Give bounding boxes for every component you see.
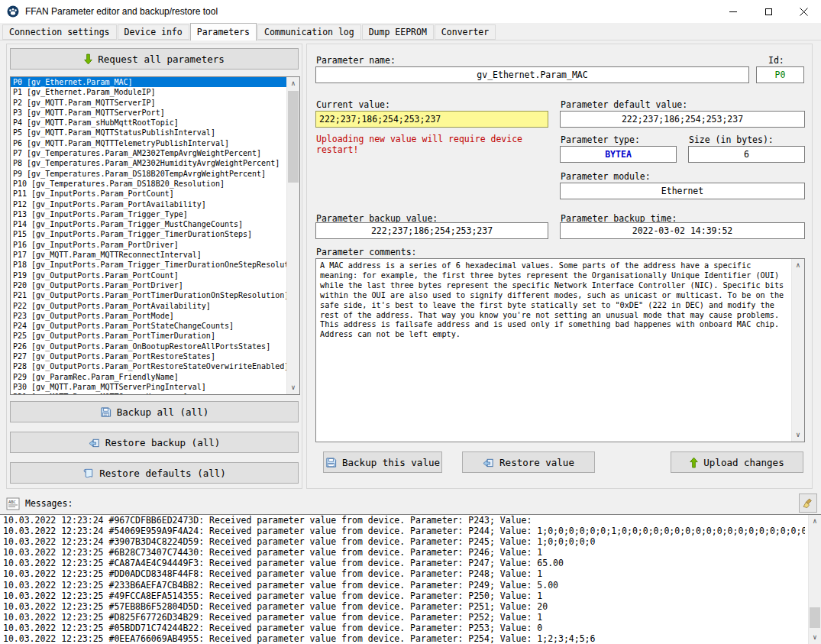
log-line: 10.03.2022 12:23:24 #967CDFBB6ED2473D: R…: [0, 515, 805, 526]
parameter-list-item[interactable]: P27 [gv_OutputPorts.Param_PortRestoreSta…: [11, 351, 287, 361]
app-paw-icon: [7, 5, 19, 18]
parameter-list-panel: Request all parameters P0 [gv_Ethernet.P…: [6, 44, 302, 489]
log-line: 10.03.2022 12:23:25 #0EEA766069AB4955: R…: [0, 633, 805, 644]
download-arrow-icon: [84, 53, 92, 65]
parameter-details-panel: Parameter name: gv_Ethernet.Param_MAC Id…: [306, 44, 813, 489]
restore-defaults-all-button[interactable]: Restore defaults (all): [10, 462, 299, 484]
clear-messages-button[interactable]: [799, 494, 817, 513]
restore-value-button[interactable]: Restore value: [462, 451, 595, 473]
scroll-down-icon[interactable]: ∨: [809, 631, 821, 644]
restore-arrow-icon: [89, 437, 100, 448]
floppy-save-icon: [325, 457, 337, 468]
log-line: 10.03.2022 12:23:25 #DD0ADCD8348F44F8: R…: [0, 568, 805, 579]
size-field[interactable]: 6: [688, 146, 805, 163]
backup-this-value-button[interactable]: Backup this value: [323, 451, 442, 473]
parameter-list-item[interactable]: P2 [gv_MQTT.Param_MQTTServerIP]: [11, 98, 287, 108]
close-button[interactable]: [786, 0, 821, 23]
minimize-icon: [729, 11, 737, 12]
maximize-button[interactable]: [751, 0, 786, 23]
maximize-icon: [765, 8, 772, 15]
parameter-module-field[interactable]: Ethernet: [560, 183, 805, 199]
log-line: 10.03.2022 12:23:24 #3907B3D4C8224D59: R…: [0, 536, 805, 547]
parameter-list-item[interactable]: P28 [gv_OutputPorts.Param_PortRestoreSta…: [11, 361, 287, 371]
parameter-list-item[interactable]: P7 [gv_Temperatures.Param_AM2302TempAvrg…: [11, 148, 287, 158]
parameter-list-item[interactable]: P18 [gv_InputPorts.Param_Trigger_TimerDu…: [11, 260, 287, 270]
tab-bar: Connection settingsDevice infoParameters…: [0, 23, 821, 40]
parameter-type-field[interactable]: BYTEA: [560, 146, 677, 163]
scroll-document-icon: [82, 468, 94, 479]
messages-log[interactable]: 10.03.2022 12:23:24 #967CDFBB6ED2473D: R…: [0, 514, 821, 644]
parameter-list-item[interactable]: P25 [gv_OutputPorts.Param_PortTimerDurat…: [11, 331, 287, 341]
upload-changes-button[interactable]: Upload changes: [671, 451, 803, 473]
id-label: Id:: [768, 55, 784, 66]
minimize-button[interactable]: [716, 0, 751, 23]
scrollbar-thumb[interactable]: [810, 607, 820, 628]
parameter-list-item[interactable]: P21 [gv_OutputPorts.Param_PortTimerDurat…: [11, 290, 287, 300]
restart-warning-text: Uploading new value will require device …: [316, 134, 539, 155]
scroll-up-icon[interactable]: ∧: [809, 515, 821, 528]
parameter-list-item[interactable]: P4 [gv_MQTT.Param_sHubMqttRootTopic]: [11, 118, 287, 128]
messages-text-icon: ABC: [6, 497, 20, 510]
parameter-list-item[interactable]: P14 [gv_InputPorts.Param_Trigger_MustCha…: [11, 219, 287, 229]
parameter-list-item[interactable]: P31 [gv_MQTT.Param_MQTTServerUsername]: [11, 392, 287, 395]
parameter-list-item[interactable]: P9 [gv_Temperatures.Param_DS18B20TempAvr…: [11, 169, 287, 179]
backup-time-field[interactable]: 2022-03-02 14:39:52: [560, 222, 805, 239]
parameter-list-item[interactable]: P16 [gv_InputPorts.Param_PortDriver]: [11, 240, 287, 250]
tab-communication-log[interactable]: Communication log: [257, 24, 361, 40]
parameter-name-field[interactable]: gv_Ethernet.Param_MAC: [315, 66, 749, 83]
scroll-up-icon[interactable]: ∧: [287, 77, 299, 90]
parameter-list-scrollbar[interactable]: ∧ ∨: [286, 77, 299, 394]
id-field[interactable]: P0: [756, 66, 804, 83]
tab-connection-settings[interactable]: Connection settings: [2, 24, 117, 40]
parameter-list-item[interactable]: P26 [gv_OutputPorts.Param_OnBootupRestor…: [11, 341, 287, 351]
parameter-list-item[interactable]: P8 [gv_Temperatures.Param_AM2302Humidity…: [11, 158, 287, 168]
parameter-list-item[interactable]: P22 [gv_OutputPorts.Param_PortAvailabili…: [11, 301, 287, 311]
parameter-list-item[interactable]: P0 [gv_Ethernet.Param_MAC]: [11, 77, 287, 87]
backup-all-button[interactable]: Backup all (all): [10, 401, 299, 422]
window-title: FFAN Parameter editor and backup/restore…: [25, 6, 218, 17]
parameter-list-item[interactable]: P15 [gv_InputPorts.Param_Trigger_TimerDu…: [11, 229, 287, 239]
comments-scrollbar[interactable]: ∧ ∨: [791, 259, 804, 442]
parameter-list-item[interactable]: P17 [gv_MQTT.Param_MQTTReconnectInterval…: [11, 250, 287, 260]
parameter-list-item[interactable]: P13 [gv_InputPorts.Param_Trigger_Type]: [11, 209, 287, 219]
parameter-list-item[interactable]: P19 [gv_OutputPorts.Param_PortCount]: [11, 270, 287, 280]
parameter-list-item[interactable]: P1 [gv_Ethernet.Param_ModuleIP]: [11, 87, 287, 97]
parameter-module-label: Parameter module:: [561, 171, 651, 182]
title-bar: FFAN Parameter editor and backup/restore…: [0, 0, 821, 23]
log-line: 10.03.2022 12:23:25 #D825F67726D34B29: R…: [0, 612, 805, 623]
scroll-up-icon[interactable]: ∧: [792, 259, 804, 272]
default-value-field[interactable]: 222;237;186;254;253;237: [560, 111, 805, 128]
scroll-down-icon[interactable]: ∨: [287, 381, 299, 394]
tab-converter[interactable]: Converter: [435, 24, 496, 40]
parameter-list-item[interactable]: P3 [gv_MQTT.Param_MQTTServerPort]: [11, 108, 287, 118]
parameter-list-item[interactable]: P5 [gv_MQTT.Param_MQTTStatusPublishInter…: [11, 128, 287, 138]
parameter-list-item[interactable]: P20 [gv_OutputPorts.Param_PortDriver]: [11, 280, 287, 290]
parameter-list[interactable]: P0 [gv_Ethernet.Param_MAC]P1 [gv_Etherne…: [10, 76, 300, 395]
scroll-down-icon[interactable]: ∨: [792, 429, 804, 442]
tab-dump-eeprom[interactable]: Dump EEPROM: [362, 24, 434, 40]
parameter-comments-box[interactable]: A MAC address is a series of 6 hexadecim…: [315, 258, 805, 442]
parameter-comments-label: Parameter comments:: [316, 247, 417, 257]
parameter-list-item[interactable]: P6 [gv_MQTT.Param_MQTTTelemetryPublishIn…: [11, 138, 287, 148]
messages-scrollbar[interactable]: ∧ ∨: [808, 515, 821, 644]
backup-value-field[interactable]: 222;237;186;254;253;237: [315, 222, 548, 239]
parameter-list-item[interactable]: P12 [gv_InputPorts.Param_PortAvailabilit…: [11, 199, 287, 209]
log-line: 10.03.2022 12:23:24 #54069E959A9F4A24: R…: [0, 526, 805, 536]
request-all-parameters-button[interactable]: Request all parameters: [10, 48, 299, 70]
parameter-list-item[interactable]: P29 [gv_ParamRec.Param_FriendlyName]: [11, 372, 287, 382]
svg-text:ABC: ABC: [8, 499, 16, 503]
current-value-field[interactable]: 222;237;186;254;253;237: [315, 111, 548, 128]
parameter-list-item[interactable]: P23 [gv_OutputPorts.Param_PortMode]: [11, 311, 287, 321]
parameter-list-item[interactable]: P24 [gv_OutputPorts.Param_PortStateChang…: [11, 321, 287, 331]
floppy-save-icon: [100, 406, 112, 418]
parameter-list-item[interactable]: P30 [gv_MQTT.Param_MQTTServerPingInterva…: [11, 382, 287, 392]
scrollbar-thumb[interactable]: [288, 91, 299, 183]
restore-backup-all-button[interactable]: Restore backup (all): [10, 432, 299, 453]
tab-device-info[interactable]: Device info: [118, 24, 189, 40]
log-line: 10.03.2022 12:23:25 #57EB8B6F52804D5D: R…: [0, 601, 805, 612]
parameter-list-item[interactable]: P10 [gv_Temperatures.Param_DS18B20_Resol…: [11, 179, 287, 189]
default-value-label: Parameter default value:: [561, 99, 687, 110]
parameter-list-item[interactable]: P11 [gv_InputPorts.Param_PortCount]: [11, 189, 287, 199]
parameter-type-label: Parameter type:: [561, 134, 640, 145]
tab-parameters[interactable]: Parameters: [190, 23, 257, 40]
